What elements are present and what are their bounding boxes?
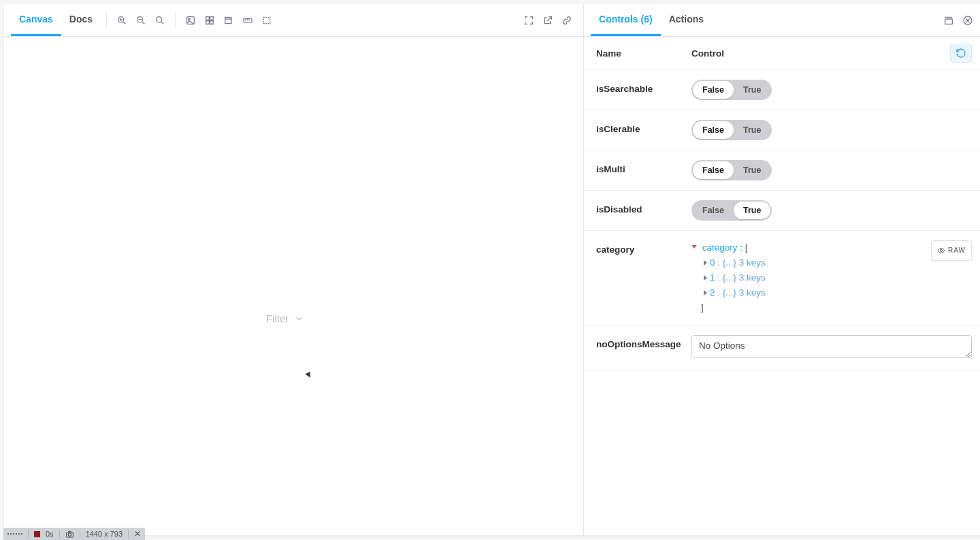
header-control: Control — [691, 48, 950, 59]
control-row-isMulti: isMulti False True — [584, 150, 980, 191]
grid-icon[interactable] — [200, 11, 219, 30]
svg-point-7 — [157, 16, 162, 22]
zoom-reset-icon[interactable] — [150, 11, 169, 30]
toggle-false[interactable]: False — [693, 161, 734, 179]
caret-right-icon — [704, 275, 707, 281]
toggle-true[interactable]: True — [734, 161, 770, 179]
svg-line-1 — [123, 22, 125, 24]
fullscreen-icon[interactable] — [519, 11, 538, 30]
viewport-size-icon[interactable] — [219, 11, 238, 30]
addons-orientation-icon[interactable] — [939, 11, 958, 30]
toggle-true[interactable]: True — [734, 81, 770, 99]
filter-select[interactable]: Filter — [266, 313, 304, 324]
svg-rect-12 — [210, 16, 214, 20]
object-tree: RAW category : [ 0 : {...} 3 keys 1 : {.… — [691, 240, 972, 315]
tree-key: category — [702, 242, 738, 253]
canvas-tabs: Canvas Docs — [11, 4, 101, 36]
svg-point-27 — [941, 250, 943, 252]
tree-index: 2 — [710, 287, 715, 298]
app-frame: Canvas Docs — [4, 4, 980, 535]
recording-dimensions: 980 x 540 — [86, 530, 122, 538]
tree-root[interactable]: category : [ — [691, 240, 972, 255]
toggle-false[interactable]: False — [693, 202, 734, 219]
reset-controls-button[interactable] — [950, 44, 972, 63]
toolbar-separator — [106, 13, 107, 28]
recording-time: 0s — [46, 530, 54, 538]
tree-item[interactable]: 0 : {...} 3 keys — [691, 255, 972, 270]
boolean-toggle[interactable]: False True — [691, 80, 772, 100]
control-row-category: category RAW category : [ 0 : {...} 3 ke… — [584, 231, 980, 325]
measure-icon[interactable] — [238, 11, 257, 30]
tree-item[interactable]: 2 : {...} 3 keys — [691, 285, 972, 300]
tree-summary: : {...} 3 keys — [715, 272, 766, 283]
hide-addons-icon[interactable] — [958, 11, 977, 30]
recbar-separator — [28, 530, 29, 538]
zoom-out-icon[interactable] — [131, 11, 150, 30]
tree-index: 1 — [710, 272, 715, 283]
svg-line-8 — [161, 22, 163, 24]
text-control-input[interactable] — [691, 335, 972, 358]
background-icon[interactable] — [181, 11, 200, 30]
tree-index: 0 — [710, 257, 715, 268]
toolbar-separator — [175, 13, 176, 28]
control-row-isDisabled: isDisabled False True — [584, 191, 980, 231]
control-row-noOptionsMessage: noOptionsMessage — [584, 325, 980, 370]
drag-handle-icon[interactable] — [7, 533, 22, 535]
toggle-true[interactable]: True — [734, 202, 770, 219]
svg-rect-15 — [225, 17, 231, 23]
tab-controls-count: (6) — [641, 14, 653, 25]
svg-rect-22 — [945, 19, 953, 24]
chevron-down-icon — [294, 314, 304, 323]
tab-canvas[interactable]: Canvas — [11, 4, 61, 36]
tab-controls-label: Controls — [599, 14, 638, 25]
svg-rect-13 — [206, 20, 210, 24]
filter-label: Filter — [266, 313, 289, 324]
addons-tabs: Controls (6) Actions — [591, 4, 712, 36]
caret-right-icon — [704, 290, 707, 296]
toggle-false[interactable]: False — [693, 81, 734, 99]
svg-rect-14 — [210, 20, 214, 24]
control-label: category — [596, 240, 691, 255]
tab-actions[interactable]: Actions — [661, 4, 712, 36]
outline-icon[interactable] — [257, 11, 276, 30]
control-label: isMulti — [596, 160, 691, 174]
tree-summary: : {...} 3 keys — [715, 257, 766, 268]
close-recording-icon[interactable]: ✕ — [134, 529, 141, 539]
recbar-separator — [128, 530, 129, 538]
header-name: Name — [596, 48, 691, 59]
boolean-toggle[interactable]: False True — [691, 120, 772, 140]
boolean-toggle[interactable]: False True — [691, 160, 772, 180]
copy-link-icon[interactable] — [557, 11, 576, 30]
open-new-tab-icon[interactable] — [538, 11, 557, 30]
tree-item[interactable]: 1 : {...} 3 keys — [691, 270, 972, 285]
camera-icon[interactable] — [65, 530, 74, 539]
tree-close-bracket: ] — [701, 300, 972, 315]
boolean-toggle[interactable]: False True — [691, 200, 772, 221]
tree-summary: : {...} 3 keys — [715, 287, 766, 298]
control-row-isClerable: isClerable False True — [584, 110, 980, 150]
cursor-icon — [306, 372, 313, 379]
caret-down-icon — [691, 245, 697, 251]
control-label: isDisabled — [596, 200, 691, 215]
raw-toggle-button[interactable]: RAW — [931, 240, 972, 261]
toggle-false[interactable]: False — [693, 121, 734, 139]
recording-bar: 0s 980 x 540 ✕ — [3, 528, 145, 540]
recbar-separator — [59, 530, 60, 538]
recbar-separator — [80, 530, 80, 538]
addons-toolbar: Controls (6) Actions — [584, 4, 980, 37]
svg-rect-11 — [206, 16, 210, 20]
raw-label: RAW — [948, 243, 966, 258]
canvas-toolbar: Canvas Docs — [4, 4, 583, 37]
control-label: isSearchable — [596, 80, 691, 94]
svg-point-10 — [189, 18, 191, 20]
addons-panel: Controls (6) Actions Name Control isSear — [584, 4, 980, 535]
canvas-panel: Canvas Docs — [4, 4, 584, 535]
tab-docs[interactable]: Docs — [61, 4, 101, 36]
svg-rect-21 — [263, 17, 270, 23]
toggle-true[interactable]: True — [734, 121, 770, 139]
svg-line-5 — [142, 22, 144, 24]
zoom-in-icon[interactable] — [112, 11, 131, 30]
control-row-isSearchable: isSearchable False True — [584, 70, 980, 110]
controls-rows: isSearchable False True isClerable False… — [584, 70, 980, 535]
tab-controls[interactable]: Controls (6) — [591, 4, 661, 36]
